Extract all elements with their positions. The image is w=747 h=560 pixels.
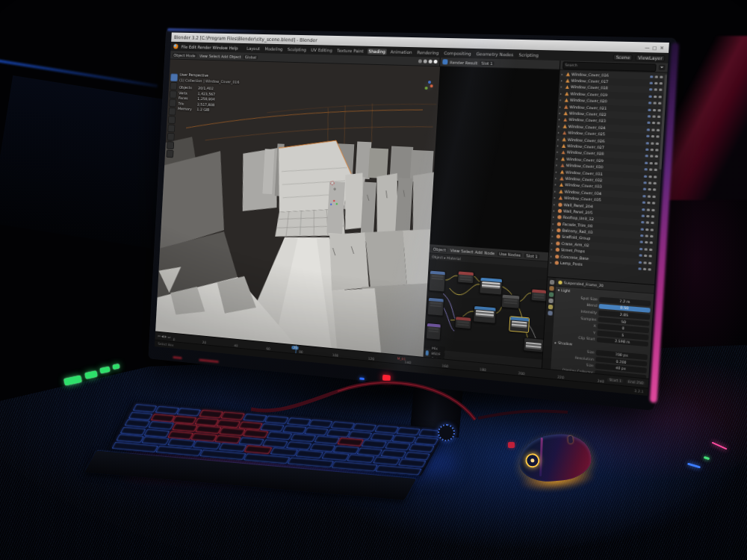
menu-item[interactable]: Edit [188, 45, 197, 49]
render-camera-icon[interactable] [648, 261, 652, 264]
hide-eye-icon[interactable] [645, 241, 648, 243]
view-layer-selector[interactable]: ViewLayer [636, 55, 666, 61]
expand-caret-icon[interactable]: ▸ [552, 222, 555, 225]
select-toggle-icon[interactable] [648, 96, 652, 98]
use-nodes-toggle[interactable]: Use Nodes [498, 251, 522, 257]
expand-caret-icon[interactable]: ▸ [560, 98, 562, 102]
solid-shading-icon[interactable] [424, 60, 427, 63]
scene-props-tab-icon[interactable] [548, 292, 554, 297]
timeline-marker[interactable]: M_01 [397, 357, 406, 361]
workspace-tab[interactable]: Sculpting [286, 46, 308, 52]
render-camera-icon[interactable] [654, 162, 658, 164]
expand-caret-icon[interactable]: ▸ [558, 124, 561, 128]
shader-node[interactable] [427, 297, 444, 317]
hide-eye-icon[interactable] [647, 202, 651, 204]
select-toggle-icon[interactable] [638, 267, 642, 270]
select-toggle-icon[interactable] [639, 241, 643, 243]
workspace-tab[interactable]: Compositing [442, 50, 473, 57]
extrude-tool-icon[interactable] [166, 150, 173, 158]
select-toggle-icon[interactable] [639, 261, 642, 263]
constraints-props-tab-icon[interactable] [548, 311, 553, 316]
render-camera-icon[interactable] [659, 89, 663, 91]
render-camera-icon[interactable] [650, 235, 654, 237]
render-camera-icon[interactable] [654, 175, 657, 178]
frame-start-field[interactable]: Start 1 [607, 378, 623, 383]
expand-caret-icon[interactable]: ▸ [560, 85, 563, 89]
hide-eye-icon[interactable] [646, 215, 650, 217]
menu-item[interactable]: File [181, 44, 189, 49]
render-camera-icon[interactable] [649, 249, 653, 251]
node-menu-item[interactable]: View [450, 248, 461, 253]
mode-dropdown[interactable]: Object Mode [173, 53, 197, 58]
select-toggle-icon[interactable] [645, 161, 648, 164]
image-slot[interactable]: Slot 1 [480, 60, 495, 66]
expand-caret-icon[interactable]: ▸ [551, 241, 554, 245]
hide-eye-icon[interactable] [648, 188, 651, 190]
expand-caret-icon[interactable]: ▸ [561, 78, 564, 82]
node-menu-item[interactable]: Add [474, 249, 484, 255]
expand-caret-icon[interactable]: ▸ [552, 228, 555, 231]
select-toggle-icon[interactable] [649, 89, 653, 91]
select-toggle-icon[interactable] [643, 188, 647, 190]
expand-caret-icon[interactable]: ▸ [551, 254, 554, 258]
select-toggle-icon[interactable] [649, 82, 653, 84]
workspace-tab[interactable]: UV Editing [309, 46, 333, 53]
hide-eye-icon[interactable] [651, 149, 654, 151]
shader-node[interactable] [429, 270, 446, 293]
render-camera-icon[interactable] [660, 75, 663, 78]
render-props-tab-icon[interactable] [549, 280, 554, 285]
select-toggle-icon[interactable] [642, 195, 646, 197]
render-camera-icon[interactable] [654, 169, 657, 171]
workspace-tab[interactable]: Scripting [517, 52, 540, 58]
select-toggle-icon[interactable] [640, 234, 644, 237]
close-button[interactable]: ✕ [658, 45, 666, 51]
render-camera-icon[interactable] [648, 268, 651, 270]
image-name[interactable]: Render Result [450, 60, 477, 65]
render-camera-icon[interactable] [656, 135, 660, 137]
viewport-menu-item[interactable]: Select [208, 54, 221, 58]
current-frame-badge[interactable]: 75 [292, 346, 299, 350]
expand-caret-icon[interactable]: ▸ [557, 143, 560, 147]
workspace-tab[interactable]: Texture Paint [335, 47, 365, 54]
image-editor-icon[interactable] [442, 59, 447, 64]
expand-caret-icon[interactable]: ▸ [550, 261, 553, 264]
add-cube-tool-icon[interactable] [167, 141, 174, 149]
gizmo-y-axis[interactable] [425, 87, 428, 90]
select-toggle-icon[interactable] [647, 128, 651, 131]
select-toggle-icon[interactable] [642, 202, 646, 204]
menu-item[interactable]: Window [212, 45, 229, 49]
expand-caret-icon[interactable]: ▸ [554, 202, 557, 206]
expand-caret-icon[interactable]: ▸ [553, 208, 556, 212]
workspace-tab[interactable]: Modeling [263, 46, 284, 52]
hide-eye-icon[interactable] [643, 261, 647, 264]
expand-caret-icon[interactable]: ▸ [551, 234, 554, 238]
select-toggle-icon[interactable] [643, 181, 647, 184]
expand-caret-icon[interactable]: ▸ [554, 189, 557, 193]
select-toggle-icon[interactable] [642, 214, 645, 217]
hide-eye-icon[interactable] [654, 96, 657, 98]
shader-node[interactable] [479, 277, 503, 296]
viewport-menu-item[interactable]: Object [229, 54, 242, 58]
expand-caret-icon[interactable]: ▸ [556, 169, 559, 173]
select-toggle-icon[interactable] [650, 75, 654, 78]
render-camera-icon[interactable] [658, 96, 662, 98]
hide-eye-icon[interactable] [648, 195, 651, 197]
expand-caret-icon[interactable]: ▸ [556, 163, 559, 167]
expand-caret-icon[interactable]: ▸ [555, 176, 558, 180]
maximize-button[interactable]: ▢ [651, 45, 658, 51]
rendered-shading-icon[interactable] [433, 60, 437, 63]
select-toggle-icon[interactable] [648, 108, 651, 111]
shading-mode-buttons[interactable] [418, 59, 438, 63]
hide-eye-icon[interactable] [649, 162, 653, 164]
viewport-menu-item[interactable]: Add [220, 54, 229, 58]
render-camera-icon[interactable] [657, 122, 660, 125]
render-camera-icon[interactable] [649, 242, 653, 244]
hide-eye-icon[interactable] [651, 128, 655, 131]
node-footer-chip-active[interactable] [426, 350, 429, 355]
menu-item[interactable]: Help [229, 46, 239, 50]
workspace-tab[interactable]: Shading [367, 48, 387, 55]
hide-eye-icon[interactable] [643, 268, 647, 270]
select-toggle-icon[interactable] [646, 135, 650, 137]
object-props-tab-icon[interactable] [548, 298, 554, 303]
shader-node[interactable] [426, 323, 441, 340]
